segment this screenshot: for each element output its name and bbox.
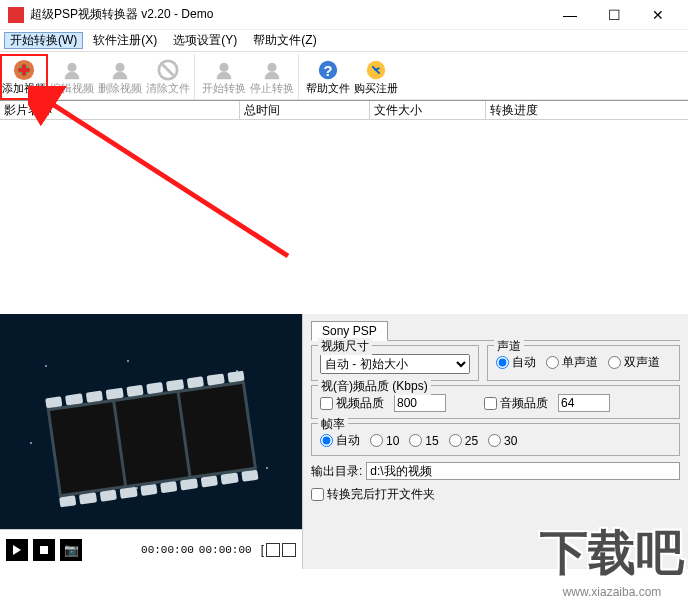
window-titlebar: 超级PSP视频转换器 v2.20 - Demo — ☐ ✕	[0, 0, 688, 30]
toolbar-clear-files[interactable]: 清除文件	[144, 54, 192, 100]
menu-options[interactable]: 选项设置(Y)	[167, 32, 243, 49]
toolbar-start-convert-label: 开始转换	[202, 82, 246, 94]
svg-line-6	[163, 65, 174, 76]
buy-register-icon	[365, 59, 387, 81]
toolbar-delete-video[interactable]: 删除视频	[96, 54, 144, 100]
toolbar-help-label: 帮助文件	[306, 82, 350, 94]
svg-text:?: ?	[324, 63, 333, 79]
toolbar-edit-video[interactable]: 编辑视频	[48, 54, 96, 100]
maximize-button[interactable]: ☐	[592, 1, 636, 29]
output-path-input[interactable]	[366, 462, 680, 480]
toolbar-buy-register-label: 购买注册	[354, 82, 398, 94]
mark-in-button[interactable]	[266, 543, 280, 557]
toolbar: 添加视频 编辑视频 删除视频 清除文件 开始转换 停止转换 ? 帮	[0, 52, 688, 100]
check-audio-quality[interactable]: 音频品质	[484, 395, 548, 412]
radio-fps-auto[interactable]: 自动	[320, 432, 360, 449]
mark-bracket: [	[261, 543, 296, 557]
radio-channel-auto[interactable]: 自动	[496, 354, 536, 371]
menu-help[interactable]: 帮助文件(Z)	[247, 32, 322, 49]
settings-pane: Sony PSP 视频尺寸 自动 - 初始大小 声道 自动 单声道 双声道 视(…	[302, 314, 688, 569]
delete-video-icon	[109, 59, 131, 81]
column-progress[interactable]: 转换进度	[486, 101, 688, 119]
file-list-body[interactable]	[0, 120, 688, 314]
lower-panel: 📷 00:00:00 00:00:00 [ Sony PSP 视频尺寸 自动 -…	[0, 314, 688, 569]
radio-fps-25[interactable]: 25	[449, 434, 478, 448]
stop-button[interactable]	[33, 539, 55, 561]
app-icon	[8, 7, 24, 23]
start-convert-icon	[213, 59, 235, 81]
window-title: 超级PSP视频转换器 v2.20 - Demo	[30, 6, 548, 23]
group-video-size: 视频尺寸 自动 - 初始大小	[311, 345, 479, 381]
video-quality-input[interactable]	[394, 394, 446, 412]
help-icon: ?	[317, 59, 339, 81]
group-channels: 声道 自动 单声道 双声道	[487, 345, 680, 381]
radio-fps-15[interactable]: 15	[409, 434, 438, 448]
svg-point-4	[115, 63, 124, 72]
toolbar-add-video-label: 添加视频	[2, 82, 46, 94]
time-total: 00:00:00	[199, 544, 252, 556]
audio-quality-input[interactable]	[558, 394, 610, 412]
preview-pane: 📷 00:00:00 00:00:00 [	[0, 314, 302, 569]
file-list-header: 影片名称 总时间 文件大小 转换进度	[0, 100, 688, 120]
stop-convert-icon	[261, 59, 283, 81]
column-filesize[interactable]: 文件大小	[370, 101, 486, 119]
group-fps-title: 帧率	[318, 416, 348, 433]
output-row: 输出目录:	[311, 460, 680, 480]
bracket-open: [	[261, 543, 264, 557]
toolbar-separator	[298, 54, 302, 100]
toolbar-start-convert[interactable]: 开始转换	[200, 54, 248, 100]
column-duration[interactable]: 总时间	[240, 101, 370, 119]
svg-marker-12	[13, 545, 21, 555]
mark-out-button[interactable]	[282, 543, 296, 557]
add-video-icon	[13, 59, 35, 81]
close-button[interactable]: ✕	[636, 1, 680, 29]
group-bitrate: 视(音)频品质 (Kbps) 视频品质 音频品质	[311, 385, 680, 419]
menu-register[interactable]: 软件注册(X)	[87, 32, 163, 49]
clear-files-icon	[157, 59, 179, 81]
svg-rect-13	[40, 546, 48, 554]
radio-channel-stereo[interactable]: 双声道	[608, 354, 660, 371]
menu-bar: 开始转换(W) 软件注册(X) 选项设置(Y) 帮助文件(Z)	[0, 30, 688, 52]
watermark-url: www.xiazaiba.com	[540, 585, 684, 599]
radio-fps-30[interactable]: 30	[488, 434, 517, 448]
toolbar-stop-convert-label: 停止转换	[250, 82, 294, 94]
snapshot-button[interactable]: 📷	[60, 539, 82, 561]
check-video-quality[interactable]: 视频品质	[320, 395, 384, 412]
minimize-button[interactable]: —	[548, 1, 592, 29]
toolbar-add-video[interactable]: 添加视频	[0, 54, 48, 100]
toolbar-delete-video-label: 删除视频	[98, 82, 142, 94]
play-button[interactable]	[6, 539, 28, 561]
menu-start-convert[interactable]: 开始转换(W)	[4, 32, 83, 49]
group-fps: 帧率 自动 10 15 25 30	[311, 423, 680, 456]
column-name[interactable]: 影片名称	[0, 101, 240, 119]
toolbar-separator	[194, 54, 198, 100]
group-channels-title: 声道	[494, 338, 524, 355]
edit-video-icon	[61, 59, 83, 81]
svg-point-7	[219, 63, 228, 72]
output-label: 输出目录:	[311, 463, 362, 480]
check-open-folder-after[interactable]: 转换完后打开文件夹	[311, 486, 435, 503]
player-controls: 📷 00:00:00 00:00:00 [	[0, 529, 302, 569]
video-size-select[interactable]: 自动 - 初始大小	[320, 354, 470, 374]
time-current: 00:00:00	[141, 544, 194, 556]
svg-point-3	[67, 63, 76, 72]
group-video-size-title: 视频尺寸	[318, 338, 372, 355]
toolbar-edit-video-label: 编辑视频	[50, 82, 94, 94]
toolbar-clear-files-label: 清除文件	[146, 82, 190, 94]
radio-channel-mono[interactable]: 单声道	[546, 354, 598, 371]
group-bitrate-title: 视(音)频品质 (Kbps)	[318, 378, 431, 395]
svg-point-8	[267, 63, 276, 72]
svg-rect-2	[19, 68, 30, 72]
toolbar-buy-register[interactable]: 购买注册	[352, 54, 400, 100]
radio-fps-10[interactable]: 10	[370, 434, 399, 448]
toolbar-stop-convert[interactable]: 停止转换	[248, 54, 296, 100]
toolbar-help[interactable]: ? 帮助文件	[304, 54, 352, 100]
